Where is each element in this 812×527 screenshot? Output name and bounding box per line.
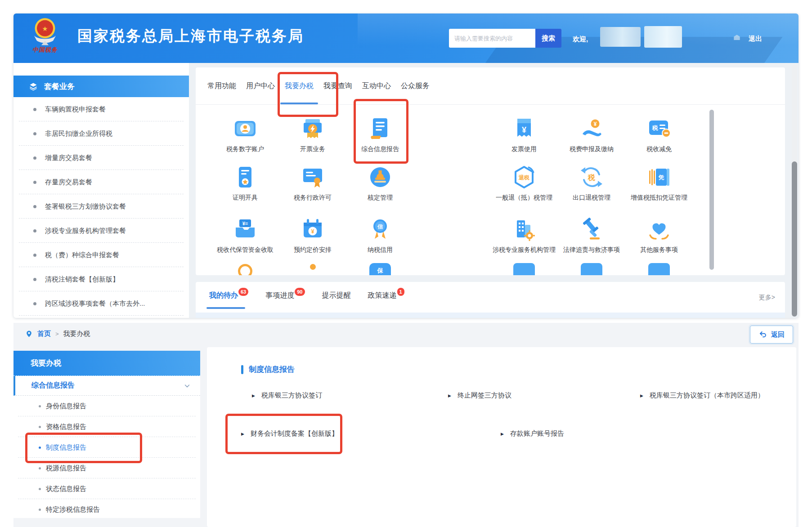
- package-item-label: 跨区域涉税事项套餐（本市去外...: [45, 299, 145, 308]
- tab-policy-express[interactable]: 政策速递1: [368, 291, 404, 300]
- service-item-digital-account[interactable]: 税务数字账户: [207, 116, 283, 153]
- service-item-assessment[interactable]: 核定管理: [342, 165, 418, 202]
- service-item-partial[interactable]: [207, 264, 283, 275]
- sidebar-item-label: 身份信息报告: [46, 402, 86, 411]
- service-item-other-services[interactable]: 其他服务事项: [621, 217, 697, 254]
- breadcrumb-current: 我要办税: [63, 330, 90, 338]
- more-link[interactable]: 更多>: [759, 294, 775, 302]
- link-label: 财务会计制度备案【创新版】: [251, 429, 338, 438]
- tab-i-want-to-do-tax[interactable]: 我要办税: [285, 67, 314, 104]
- sidebar-item-tax-source-report[interactable]: 税源信息报告: [13, 458, 200, 478]
- service-item-agency-management[interactable]: 涉税专业服务机构管理: [486, 217, 562, 254]
- tab-progress[interactable]: 事项进度90: [265, 291, 305, 300]
- service-label: 发票使用: [486, 145, 562, 153]
- tab-user-center[interactable]: 用户中心: [246, 67, 275, 104]
- tab-reminders[interactable]: 提示提醒: [322, 291, 351, 300]
- section-accent-bar: [241, 365, 243, 374]
- package-item-stock-housing[interactable]: 存量房交易套餐: [13, 170, 189, 194]
- package-item-vehicle-tax[interactable]: 车辆购置税申报套餐: [13, 97, 189, 121]
- back-button[interactable]: 返回: [750, 326, 793, 344]
- service-item-tax-credit[interactable]: 信 纳税信用: [342, 217, 418, 254]
- package-sidebar-header[interactable]: 套餐业务: [13, 76, 189, 97]
- package-item-label: 存量房交易套餐: [45, 178, 92, 187]
- sidebar-group-comprehensive-report[interactable]: 综合信息报告: [13, 376, 200, 396]
- service-item-admin-license[interactable]: 税务行政许可: [274, 165, 351, 202]
- service-item-partial[interactable]: [274, 264, 351, 270]
- search-button[interactable]: 搜索: [535, 29, 561, 48]
- service-item-legal[interactable]: 法律追责与救济事项: [553, 217, 630, 254]
- package-item-comprehensive-declare[interactable]: 税（费）种综合申报套餐: [13, 243, 189, 267]
- partial-icon: [581, 263, 602, 275]
- todo-tabs: 我的待办63 事项进度90 提示提醒 政策速递1: [196, 282, 785, 300]
- tab-interaction-center[interactable]: 互动中心: [362, 67, 391, 104]
- link-financial-accounting-filing[interactable]: ▶财务会计制度备案【创新版】: [241, 429, 338, 438]
- svg-text:¥=: ¥=: [242, 221, 248, 226]
- breadcrumb-separator: >: [55, 330, 59, 337]
- service-item-vat-voucher[interactable]: 凭 增值税抵扣凭证管理: [621, 165, 697, 202]
- window-scrollbar[interactable]: [792, 65, 797, 317]
- todo-badge: 90: [295, 288, 305, 296]
- todo-tab-label: 我的待办: [209, 291, 238, 299]
- play-marker-icon: ▶: [640, 393, 643, 398]
- service-label: 其他服务事项: [621, 246, 697, 254]
- link-tripartite-cross-district[interactable]: ▶税库银三方协议签订（本市跨区适用）: [640, 391, 764, 400]
- package-item-label: 税（费）种综合申报套餐: [45, 251, 119, 259]
- sidebar-item-system-report[interactable]: 制度信息报告: [13, 437, 200, 458]
- tab-common-functions[interactable]: 常用功能: [207, 67, 236, 104]
- search-input[interactable]: [449, 29, 535, 48]
- return-arrow-icon: [758, 330, 767, 339]
- service-item-partial[interactable]: [553, 263, 630, 275]
- service-item-invoicing[interactable]: 开票业务: [274, 116, 351, 153]
- package-item-cross-region[interactable]: 跨区域涉税事项套餐（本市去外...: [13, 291, 189, 316]
- todo-badge: 63: [238, 288, 248, 296]
- sidebar-item-specific-report[interactable]: 特定涉税信息报告: [13, 499, 200, 518]
- package-item-label: 清税注销套餐【创新版】: [45, 275, 119, 284]
- sidebar-item-qualification-report[interactable]: 资格信息报告: [13, 416, 200, 437]
- section-title: 制度信息报告: [249, 364, 295, 375]
- logout-button[interactable]: 退出: [749, 35, 762, 43]
- service-item-comprehensive-report[interactable]: 综合信息报告: [342, 116, 418, 153]
- svg-text:★: ★: [42, 25, 48, 32]
- link-deposit-account-report[interactable]: ▶存款账户账号报告: [501, 429, 564, 438]
- sidebar-item-status-report[interactable]: 状态信息报告: [13, 478, 200, 499]
- package-item-tripartite-agreement[interactable]: 签署银税三方划缴协议套餐: [13, 194, 189, 219]
- service-item-certificate[interactable]: 证明开具: [207, 165, 283, 202]
- package-item-agency-mgmt[interactable]: 涉税专业服务机构管理套餐: [13, 219, 189, 243]
- package-item-label: 增量房交易套餐: [45, 154, 92, 162]
- package-item-new-housing[interactable]: 增量房交易套餐: [13, 146, 189, 170]
- tab-i-want-to-query[interactable]: 我要查询: [323, 67, 352, 104]
- package-item-label: 车辆购置税申报套餐: [45, 105, 106, 114]
- breadcrumb-home[interactable]: 首页: [37, 330, 51, 338]
- service-item-export-refund[interactable]: 税 出口退税管理: [553, 165, 630, 202]
- service-item-partial[interactable]: [621, 263, 697, 275]
- tax-sidebar-header: 我要办税: [13, 351, 200, 376]
- link-tripartite-agreement-sign[interactable]: ▶税库银三方协议签订: [252, 391, 322, 400]
- service-item-partial[interactable]: [486, 263, 562, 275]
- link-terminate-tripartite[interactable]: ▶终止网签三方协议: [448, 391, 511, 400]
- logout-icon: [731, 33, 742, 44]
- service-item-tax-reduction[interactable]: 税 税收减免: [621, 116, 697, 153]
- scrollbar-thumb[interactable]: [792, 161, 797, 317]
- service-label: 税费申报及缴纳: [553, 145, 630, 153]
- svg-text:退税: 退税: [518, 174, 529, 181]
- other-services-icon: [646, 217, 672, 242]
- tax-sidebar: 我要办税 综合信息报告 身份信息报告 资格信息报告 制度信息报告 税源信息报告 …: [13, 351, 200, 518]
- package-item-deregistration[interactable]: 清税注销套餐【创新版】: [13, 267, 189, 291]
- agency-management-icon: [511, 217, 537, 242]
- link-label: 税库银三方协议签订（本市跨区适用）: [650, 391, 764, 400]
- tab-public-services[interactable]: 公众服务: [401, 67, 430, 104]
- main-nav-tabs: 常用功能 用户中心 我要办税 我要查询 互动中心 公众服务: [196, 67, 785, 105]
- service-item-apa[interactable]: ¥ 预约定价安排: [274, 217, 351, 254]
- service-item-custody-funds[interactable]: ¥= 税收代保管资金收取: [207, 217, 283, 254]
- sidebar-item-identity-report[interactable]: 身份信息报告: [13, 396, 200, 416]
- service-item-partial[interactable]: 保: [342, 263, 418, 275]
- logo-caption: 中国税务: [19, 46, 71, 54]
- service-label: 证明开具: [207, 194, 283, 202]
- services-scrollbar[interactable]: [709, 110, 714, 270]
- tab-my-todo[interactable]: 我的待办63: [209, 291, 248, 300]
- service-item-invoice-use[interactable]: ¥ 发票使用: [486, 116, 562, 153]
- service-item-declare-pay[interactable]: ¥ 税费申报及缴纳: [553, 116, 630, 153]
- svg-text:凭: 凭: [658, 174, 664, 181]
- package-item-nonresident[interactable]: 非居民扣缴企业所得税: [13, 121, 189, 146]
- service-item-general-refund[interactable]: 退税 一般退（抵）税管理: [486, 165, 562, 202]
